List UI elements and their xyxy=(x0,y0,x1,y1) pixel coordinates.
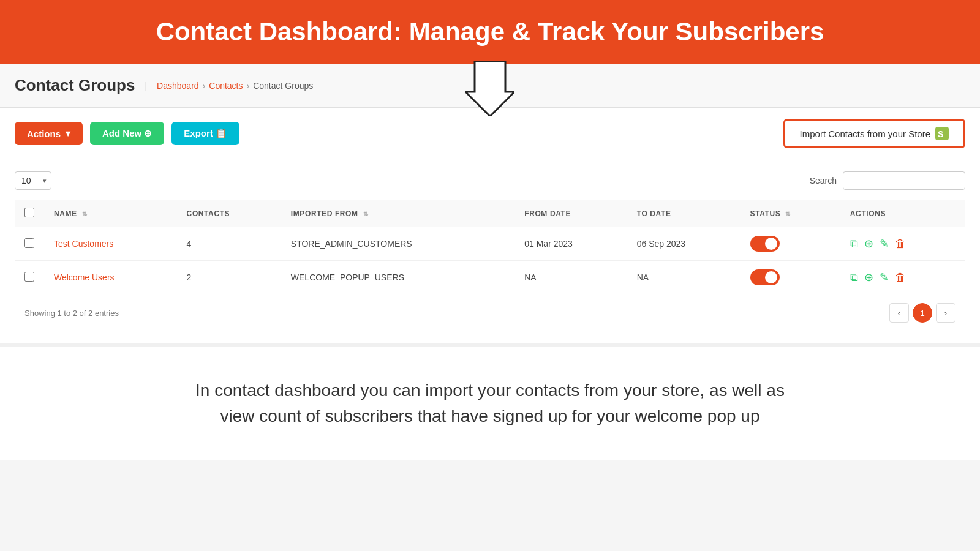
select-all-checkbox[interactable] xyxy=(24,208,34,217)
row2-imported-from: WELCOME_POPUP_USERS xyxy=(281,261,514,294)
row2-status-toggle[interactable] xyxy=(750,269,780,285)
contacts-table: NAME ⇅ CONTACTS IMPORTED FROM ⇅ FROM DAT… xyxy=(15,200,965,294)
row2-action-icons: ⧉ ⊕ ✎ 🗑 xyxy=(850,271,956,284)
row1-status-toggle[interactable] xyxy=(750,236,780,252)
row1-edit-icon[interactable]: ✎ xyxy=(880,237,889,250)
export-label: Export 📋 xyxy=(184,128,227,139)
per-page-select[interactable]: 10 25 50 100 xyxy=(15,171,51,190)
col-contacts: CONTACTS xyxy=(177,200,281,227)
search-label: Search xyxy=(810,176,837,186)
page-title: Contact Groups xyxy=(15,76,135,95)
table-row: Test Customers 4 STORE_ADMIN_CUSTOMERS 0… xyxy=(15,227,965,261)
row2-delete-icon[interactable]: 🗑 xyxy=(895,271,906,284)
table-controls: 10 25 50 100 Search xyxy=(15,171,965,190)
search-input[interactable] xyxy=(843,171,965,190)
add-new-button[interactable]: Add New ⊕ xyxy=(90,122,164,145)
showing-entries-text: Showing 1 to 2 of 2 entries xyxy=(24,309,119,318)
row2-actions-cell: ⧉ ⊕ ✎ 🗑 xyxy=(840,261,965,294)
pagination-prev[interactable]: ‹ xyxy=(889,303,909,323)
row1-actions-cell: ⧉ ⊕ ✎ 🗑 xyxy=(840,227,965,261)
pagination: ‹ 1 › xyxy=(889,303,956,323)
row2-from-date: NA xyxy=(514,261,627,294)
header-title: Contact Dashboard: Manage & Track Your S… xyxy=(0,17,980,47)
table-row: Welcome Users 2 WELCOME_POPUP_USERS NA N… xyxy=(15,261,965,294)
row2-checkbox-cell xyxy=(15,261,44,294)
header-checkbox-cell xyxy=(15,200,44,227)
row1-action-icons: ⧉ ⊕ ✎ 🗑 xyxy=(850,237,956,250)
pagination-next[interactable]: › xyxy=(936,303,956,323)
row1-copy-icon[interactable]: ⧉ xyxy=(850,238,858,250)
row2-status xyxy=(741,261,840,294)
table-footer: Showing 1 to 2 of 2 entries ‹ 1 › xyxy=(15,294,965,331)
row2-to-date: NA xyxy=(627,261,741,294)
svg-text:S: S xyxy=(938,129,943,139)
row2-toggle-slider xyxy=(750,269,780,285)
add-new-label: Add New ⊕ xyxy=(102,128,152,139)
row1-delete-icon[interactable]: 🗑 xyxy=(895,238,906,250)
sort-status-icon: ⇅ xyxy=(785,211,791,217)
table-header: NAME ⇅ CONTACTS IMPORTED FROM ⇅ FROM DAT… xyxy=(15,200,965,227)
row2-contacts: 2 xyxy=(177,261,281,294)
row1-to-date: 06 Sep 2023 xyxy=(627,227,741,261)
col-from-date: FROM DATE xyxy=(514,200,627,227)
actions-chevron-icon: ▾ xyxy=(66,128,70,139)
col-status[interactable]: STATUS ⇅ xyxy=(741,200,840,227)
pagination-page-1[interactable]: 1 xyxy=(913,303,932,323)
col-to-date: TO DATE xyxy=(627,200,741,227)
breadcrumb-divider: | xyxy=(145,81,147,91)
down-arrow-icon xyxy=(466,61,514,116)
breadcrumb-arrow-2: › xyxy=(247,81,250,91)
bottom-description: In contact dashboard you can import your… xyxy=(0,347,980,460)
breadcrumb-contacts[interactable]: Contacts xyxy=(209,81,243,91)
row1-contacts: 4 xyxy=(177,227,281,261)
svg-marker-0 xyxy=(466,61,514,116)
row2-copy-icon[interactable]: ⧉ xyxy=(850,271,858,284)
row1-checkbox[interactable] xyxy=(24,238,34,248)
import-label: Import Contacts from your Store xyxy=(800,129,930,139)
actions-button[interactable]: Actions ▾ xyxy=(15,122,83,145)
sort-name-icon: ⇅ xyxy=(82,211,88,217)
description-text: In contact dashboard you can import your… xyxy=(61,378,919,429)
col-imported-from[interactable]: IMPORTED FROM ⇅ xyxy=(281,200,514,227)
breadcrumb-contact-groups: Contact Groups xyxy=(253,81,313,91)
per-page-wrapper: 10 25 50 100 xyxy=(15,171,51,190)
header-banner: Contact Dashboard: Manage & Track Your S… xyxy=(0,0,980,64)
arrow-indicator xyxy=(466,61,514,119)
row2-checkbox[interactable] xyxy=(24,272,34,282)
import-contacts-button[interactable]: Import Contacts from your Store S xyxy=(783,119,965,148)
row2-edit-icon[interactable]: ✎ xyxy=(880,271,889,284)
col-name[interactable]: NAME ⇅ xyxy=(44,200,177,227)
breadcrumb-arrow-1: › xyxy=(203,81,206,91)
row1-checkbox-cell xyxy=(15,227,44,261)
export-button[interactable]: Export 📋 xyxy=(172,122,239,145)
breadcrumb-dashboard[interactable]: Dashboard xyxy=(157,81,199,91)
search-area: Search xyxy=(810,171,965,190)
sort-imported-icon: ⇅ xyxy=(363,211,369,217)
row1-toggle-slider xyxy=(750,236,780,252)
row2-name[interactable]: Welcome Users xyxy=(44,261,177,294)
shopify-icon: S xyxy=(935,127,949,140)
main-panel: 10 25 50 100 Search NAME ⇅ CONTACTS xyxy=(0,159,980,343)
row1-status xyxy=(741,227,840,261)
breadcrumb: Dashboard › Contacts › Contact Groups xyxy=(157,81,313,91)
actions-label: Actions xyxy=(27,129,61,139)
row1-name[interactable]: Test Customers xyxy=(44,227,177,261)
row1-from-date: 01 Mar 2023 xyxy=(514,227,627,261)
table-body: Test Customers 4 STORE_ADMIN_CUSTOMERS 0… xyxy=(15,227,965,294)
row2-add-icon[interactable]: ⊕ xyxy=(864,271,873,284)
row1-imported-from: STORE_ADMIN_CUSTOMERS xyxy=(281,227,514,261)
row1-add-icon[interactable]: ⊕ xyxy=(864,237,873,250)
col-actions: ACTIONS xyxy=(840,200,965,227)
